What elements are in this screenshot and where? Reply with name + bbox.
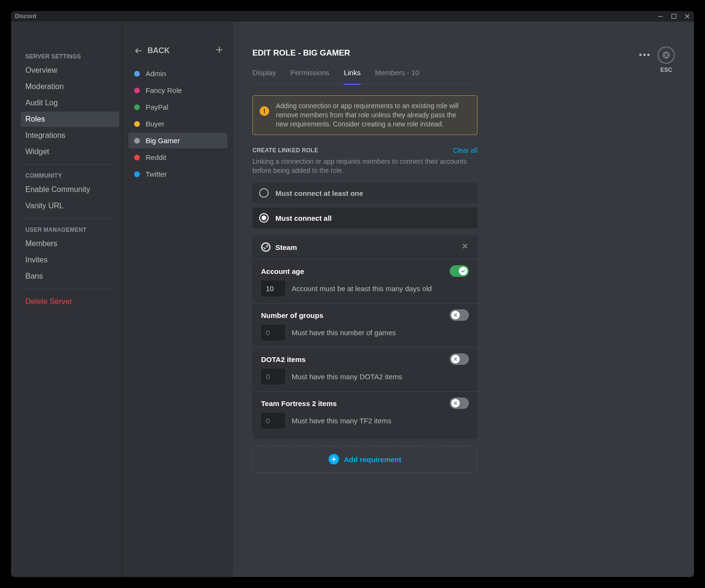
x-icon	[451, 399, 460, 407]
x-icon	[451, 311, 460, 319]
title-prefix: EDIT ROLE -	[252, 48, 303, 57]
check-icon	[459, 267, 467, 275]
remove-connection-button[interactable]	[461, 242, 469, 252]
nav-audit-log[interactable]: Audit Log	[21, 95, 119, 111]
radio-label-connect-all: Must connect all	[275, 214, 332, 222]
nav-vanity-url[interactable]: Vanity URL	[21, 198, 119, 214]
radio-label-at-least-one: Must connect at least one	[275, 189, 363, 197]
tab-display[interactable]: Display	[252, 68, 276, 84]
role-color-dot	[134, 155, 140, 160]
app-name: Discord	[15, 13, 36, 20]
section-title: CREATE LINKED ROLE	[252, 147, 318, 154]
role-name-label: Buyer	[146, 120, 164, 128]
tab-members[interactable]: Members - 10	[375, 68, 420, 84]
requirement-value-input[interactable]	[261, 281, 285, 296]
svg-point-3	[262, 244, 270, 251]
add-requirement-button[interactable]: Add requirement	[252, 446, 478, 473]
radio-connect-all[interactable]: Must connect all	[252, 207, 478, 228]
requirement-description: Must have this many DOTA2 items	[292, 373, 402, 381]
role-color-dot	[134, 104, 140, 110]
titlebar: Discord	[11, 11, 694, 22]
requirement-value-input[interactable]	[261, 325, 285, 340]
requirement-title: Team Fortress 2 items	[261, 399, 337, 407]
category-user-management: USER MANAGEMENT	[21, 224, 119, 236]
divider	[21, 218, 114, 219]
role-name-label: Fancy Role	[146, 86, 182, 94]
title-role-name: BIG GAMER	[303, 48, 350, 57]
nav-members[interactable]: Members	[21, 236, 119, 251]
role-name-label: Admin	[146, 69, 166, 78]
radio-icon	[259, 213, 269, 223]
clear-all-button[interactable]: Clear all	[453, 147, 478, 154]
nav-widget[interactable]: Widget	[21, 144, 119, 159]
connection-name: Steam	[275, 243, 297, 251]
settings-sidebar: SERVER SETTINGS Overview Moderation Audi…	[11, 22, 122, 577]
role-item[interactable]: Buyer	[128, 116, 227, 132]
role-item[interactable]: Reddit	[128, 149, 227, 165]
nav-moderation[interactable]: Moderation	[21, 79, 119, 94]
requirement-value-input[interactable]	[261, 413, 285, 429]
arrow-left-icon	[134, 46, 143, 55]
role-name-label: Big Gamer	[146, 136, 180, 145]
category-server-settings: SERVER SETTINGS	[21, 50, 119, 63]
role-item[interactable]: Twitter	[128, 166, 227, 182]
svg-point-5	[267, 246, 268, 247]
plus-icon	[215, 45, 224, 54]
more-options-button[interactable]: •••	[639, 50, 651, 60]
back-label: BACK	[148, 46, 170, 55]
requirement-description: Must have this many TF2 items	[292, 417, 391, 425]
add-requirement-label: Add requirement	[344, 455, 401, 464]
warning-icon: !	[260, 106, 269, 116]
nav-overview[interactable]: Overview	[21, 63, 119, 78]
plus-circle-icon	[329, 454, 339, 464]
close-settings-button[interactable]	[658, 46, 675, 64]
role-color-dot	[134, 171, 140, 177]
role-color-dot	[134, 138, 140, 144]
minimize-button[interactable]	[654, 11, 667, 22]
role-item[interactable]: PayPal	[128, 99, 227, 115]
main-content: ••• ESC EDIT ROLE - BIG GAMER Display Pe…	[233, 22, 694, 577]
warning-box: ! Adding connection or app requirements …	[252, 95, 478, 135]
close-window-button[interactable]	[681, 11, 694, 22]
requirement-toggle[interactable]	[450, 309, 469, 321]
requirement-title: DOTA2 items	[261, 355, 306, 363]
requirement-value-input[interactable]	[261, 369, 285, 384]
nav-delete-server[interactable]: Delete Server	[21, 294, 119, 309]
nav-invites[interactable]: Invites	[21, 252, 119, 268]
nav-bans[interactable]: Bans	[21, 269, 119, 284]
nav-integrations[interactable]: Integrations	[21, 128, 119, 143]
maximize-button[interactable]	[667, 11, 681, 22]
role-name-label: PayPal	[146, 103, 169, 111]
tab-links[interactable]: Links	[344, 68, 361, 84]
role-list: AdminFancy RolePayPalBuyerBig GamerReddi…	[123, 66, 233, 182]
close-icon	[461, 242, 469, 250]
role-color-dot	[134, 88, 140, 93]
requirement-block: Team Fortress 2 itemsMust have this many…	[252, 391, 478, 435]
role-color-dot	[134, 71, 140, 77]
requirement-toggle[interactable]	[450, 353, 469, 365]
role-item[interactable]: Fancy Role	[128, 82, 227, 98]
requirement-block: Account ageAccount must be at least this…	[252, 259, 478, 303]
close-icon	[662, 51, 671, 59]
nav-enable-community[interactable]: Enable Community	[21, 182, 119, 197]
requirement-toggle[interactable]	[450, 265, 469, 277]
role-name-label: Twitter	[146, 170, 167, 178]
window-controls	[654, 11, 694, 22]
tab-permissions[interactable]: Permissions	[290, 68, 330, 84]
close-esc-label: ESC	[660, 67, 672, 73]
nav-roles[interactable]: Roles	[21, 112, 119, 127]
role-item[interactable]: Admin	[128, 66, 227, 81]
page-title: EDIT ROLE - BIG GAMER	[252, 48, 478, 58]
roles-column: BACK AdminFancy RolePayPalBuyerBig Gamer…	[122, 22, 233, 577]
back-button[interactable]: BACK	[134, 46, 170, 55]
add-role-button[interactable]	[215, 45, 224, 56]
requirement-title: Account age	[261, 267, 304, 275]
requirement-block: DOTA2 itemsMust have this many DOTA2 ite…	[252, 347, 478, 391]
radio-icon	[259, 188, 269, 198]
role-item[interactable]: Big Gamer	[128, 133, 227, 148]
category-community: COMMUNITY	[21, 170, 119, 182]
svg-rect-0	[658, 16, 663, 17]
requirement-toggle[interactable]	[450, 397, 469, 409]
divider	[21, 164, 114, 165]
radio-at-least-one[interactable]: Must connect at least one	[252, 182, 478, 204]
